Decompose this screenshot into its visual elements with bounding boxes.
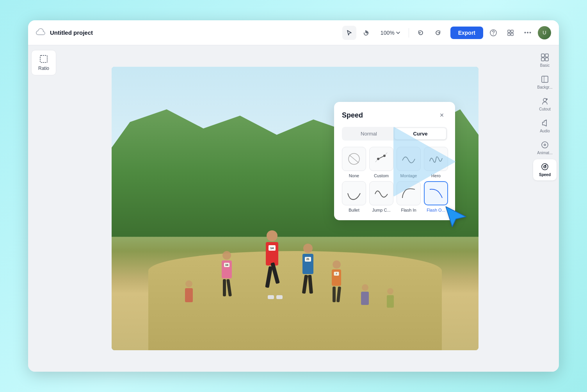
svg-point-7 [530,32,531,34]
curve-box-custom [369,147,393,171]
speed-panel: Speed × Normal Curve [334,102,455,220]
curve-item-bullet[interactable]: Bullet [342,181,366,212]
cutout-label: Cutout [539,107,550,112]
cutout-icon [541,97,549,105]
curve-label-bullet: Bullet [349,208,359,212]
help-btn[interactable] [486,26,500,40]
svg-point-23 [546,98,548,100]
background-label: Backgr... [537,85,553,90]
background-icon [541,75,549,84]
speed-icon [541,162,549,171]
ratio-button[interactable]: Ratio [31,50,56,75]
close-panel-btn[interactable]: × [436,110,447,121]
curve-label-jump-cut: Jump C... [372,208,390,212]
close-label: × [440,111,444,119]
basic-icon [541,53,549,62]
panel-title: Speed [342,111,363,119]
cloud-icon [36,28,46,38]
basic-label: Basic [540,63,550,68]
sidebar-item-speed[interactable]: Speed [533,159,557,180]
svg-rect-20 [542,76,548,82]
zoom-control[interactable]: 100% [377,27,404,38]
export-button[interactable]: Export [450,27,483,39]
sidebar-item-animate[interactable]: Animat... [533,137,557,159]
svg-rect-8 [40,55,47,62]
audio-icon [541,119,549,127]
left-toolbar: Ratio [28,45,59,372]
curve-item-none[interactable]: None [342,147,366,178]
svg-rect-3 [508,33,510,36]
cursor-arrow [442,203,470,232]
animate-label: Animat... [537,151,552,155]
divider [409,28,409,37]
user-avatar[interactable]: U [538,26,551,39]
header-center: 100% [342,26,445,40]
project-title: Untitled project [50,29,93,36]
hand-tool-btn[interactable] [359,26,374,40]
curves-grid: None [342,147,447,212]
curve-box-bullet [342,181,366,205]
svg-rect-1 [508,30,510,32]
undo-btn[interactable] [414,26,428,40]
svg-rect-17 [545,54,548,57]
select-tool-btn[interactable] [342,26,356,40]
sidebar-item-background[interactable]: Backgr... [533,72,557,93]
app-window: Untitled project 100% [28,20,559,372]
panel-header: Speed × [342,110,447,121]
sidebar-item-audio[interactable]: Audio [533,116,557,137]
right-sidebar: Basic Backgr... [531,45,559,372]
curve-label-none: None [349,173,359,178]
curve-item-flash-out[interactable]: Flash O... [424,181,448,212]
curve-item-custom[interactable]: Custom [369,147,393,178]
header-right: Export [450,26,551,40]
svg-line-14 [375,159,378,162]
curve-label-flash-in: Flash In [401,208,416,212]
ratio-label: Ratio [38,66,49,71]
svg-point-25 [544,144,546,146]
svg-point-5 [525,32,526,34]
curve-box-none [342,147,366,171]
sidebar-item-basic[interactable]: Basic [533,50,557,71]
sidebar-item-cutout[interactable]: Cutout [533,94,557,115]
svg-line-15 [384,153,387,156]
svg-point-6 [527,32,528,34]
svg-rect-19 [545,58,548,61]
svg-rect-18 [541,58,544,61]
audio-label: Audio [540,129,550,134]
canvas-image: 14 21 [112,67,478,350]
curve-box-flash-out [424,181,448,205]
zoom-value: 100% [381,30,395,36]
canvas-area: 14 21 [59,45,531,372]
more-btn[interactable] [521,26,535,40]
layers-btn[interactable] [503,26,518,40]
svg-line-10 [349,155,359,163]
svg-point-24 [542,142,548,148]
animate-icon [541,141,549,149]
svg-point-22 [543,98,546,102]
svg-rect-16 [541,54,544,57]
main-area: Ratio [28,45,559,372]
svg-rect-2 [511,30,513,32]
svg-rect-4 [511,33,513,36]
redo-btn[interactable] [431,26,445,40]
tab-normal[interactable]: Normal [343,128,395,139]
speed-label: Speed [539,173,551,177]
curve-label-custom: Custom [374,173,389,178]
curve-box-jump-cut [369,181,393,205]
header-left: Untitled project [36,28,337,38]
curve-item-jump-cut[interactable]: Jump C... [369,181,393,212]
header: Untitled project 100% [28,20,559,45]
